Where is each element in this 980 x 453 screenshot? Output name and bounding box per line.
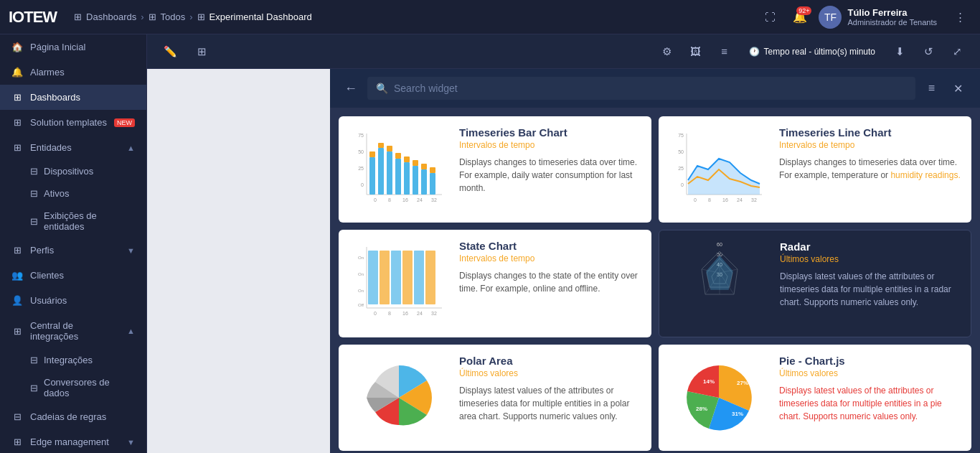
sidebar: 🏠 Página Inicial 🔔 Alarmes ⊞ Dashboards … [0, 34, 147, 453]
sidebar-label-data-converters: Conversores de dados [44, 377, 135, 398]
grid-icon-btn[interactable]: ⊞ [190, 40, 213, 63]
sidebar-item-integrations-center[interactable]: ⊞ Central de integrações ▲ [0, 313, 146, 349]
svg-rect-25 [421, 164, 427, 169]
sidebar-item-data-converters[interactable]: ⊟ Conversores de dados [30, 371, 146, 404]
sidebar-label-solution-templates: Solution templates [30, 117, 107, 128]
sidebar-label-alarmes: Alarmes [30, 67, 135, 78]
fullscreen-button[interactable]: ⛶ [758, 6, 781, 29]
widget-preview-bar: 75 50 25 0 0 8 16 24 32 [349, 126, 449, 213]
widget-subtitle-state: Intervalos de tempo [459, 253, 641, 263]
svg-text:Off: Off [358, 303, 364, 307]
expand-button[interactable]: ⤢ [946, 40, 969, 63]
sidebar-label-entities: Entidades [30, 142, 120, 153]
top-bar-right: ⛶ 🔔 92+ TF Túlio Ferreira Administrador … [758, 6, 971, 29]
user-info: TF Túlio Ferreira Administrador de Tenan… [819, 6, 937, 29]
sidebar-label-home: Página Inicial [30, 42, 135, 52]
svg-text:50: 50 [358, 149, 364, 154]
search-input[interactable] [394, 77, 907, 100]
widget-card-pie[interactable]: 27% 31% 28% 14% Pie - Chart.js Últimos v… [659, 345, 971, 451]
sidebar-item-usuarios[interactable]: 👤 Usuários [0, 288, 146, 313]
widget-title-bar: Timeseries Bar Chart [459, 126, 641, 139]
svg-text:75: 75 [678, 133, 684, 138]
sidebar-item-edge-management[interactable]: ⊞ Edge management ▼ [0, 429, 146, 453]
sidebar-item-devices[interactable]: ⊟ Dispositivos [30, 160, 146, 182]
close-button[interactable]: ✕ [948, 79, 969, 98]
clock-icon: 🕐 [749, 47, 760, 57]
svg-rect-14 [395, 159, 401, 195]
widget-card-polar[interactable]: Polar Area Últimos valores Displays late… [339, 345, 651, 451]
widget-grid: 75 50 25 0 0 8 16 24 32 [330, 108, 980, 453]
svg-text:31%: 31% [732, 411, 743, 417]
svg-rect-23 [404, 157, 410, 162]
breadcrumb-dashboards[interactable]: Dashboards [86, 11, 136, 22]
svg-rect-22 [395, 153, 401, 159]
sidebar-label-devices: Dispositivos [44, 166, 93, 177]
notification-badge: 92+ [796, 6, 811, 15]
image-export-button[interactable]: 🖼 [684, 40, 707, 63]
widget-subtitle-bar: Intervalos de tempo [459, 140, 641, 150]
breadcrumb-icon-dashboards: ⊞ [74, 11, 82, 22]
breadcrumb-experimental[interactable]: Experimental Dashboard [209, 11, 312, 22]
notification-button[interactable]: 🔔 92+ [793, 10, 807, 24]
settings-button[interactable]: ⚙ [656, 40, 679, 63]
widget-card-info-radar: Radar Últimos valores Displays latest va… [780, 240, 961, 327]
widget-search-bar: ← 🔍 ≡ ✕ [330, 69, 980, 108]
widget-desc-bar: Displays changes to timeseries data over… [459, 156, 641, 195]
rule-chains-icon: ⊟ [11, 411, 23, 422]
widget-content: ← 🔍 ≡ ✕ [330, 69, 980, 453]
svg-text:75: 75 [358, 133, 364, 138]
sidebar-label-assets: Ativos [44, 188, 69, 199]
home-icon: 🏠 [11, 42, 23, 52]
svg-text:25: 25 [678, 166, 684, 171]
widget-card-timeseries-line[interactable]: 75 50 25 0 0 8 16 24 32 [659, 116, 971, 223]
breadcrumb-icon-experimental: ⊞ [197, 11, 205, 22]
svg-rect-13 [387, 151, 392, 195]
sidebar-sub-entities: ⊟ Dispositivos ⊟ Ativos ⊟ Exibições de e… [0, 160, 146, 238]
download-button[interactable]: ⬇ [888, 40, 911, 63]
svg-rect-52 [391, 251, 401, 304]
history-button[interactable]: ↺ [917, 40, 940, 63]
sidebar-item-integrations[interactable]: ⊟ Integrações [30, 349, 146, 371]
brush-icon-btn[interactable]: ✏️ [159, 40, 182, 63]
svg-text:25: 25 [358, 166, 364, 171]
time-range-button[interactable]: 🕐 Tempo real - último(s) minuto [742, 44, 882, 60]
avatar: TF [819, 6, 842, 29]
sidebar-item-home[interactable]: 🏠 Página Inicial [0, 34, 146, 60]
widget-sidebar-placeholder [147, 69, 330, 453]
back-button[interactable]: ← [341, 78, 360, 99]
sidebar-item-entities[interactable]: ⊞ Entidades ▲ [0, 135, 146, 160]
dashboard-area: ✏️ ⊞ ⚙ 🖼 ≡ 🕐 Tempo real - último(s) minu… [147, 34, 980, 453]
entities-chevron: ▲ [127, 144, 135, 152]
entities-icon: ⊞ [11, 142, 23, 153]
breadcrumb-todos[interactable]: Todos [161, 11, 186, 22]
sidebar-item-assets[interactable]: ⊟ Ativos [30, 182, 146, 205]
svg-text:32: 32 [751, 197, 757, 202]
svg-text:8: 8 [388, 311, 391, 316]
integrations-center-chevron: ▲ [127, 327, 135, 335]
sidebar-label-dashboards: Dashboards [30, 92, 135, 103]
filter-button[interactable]: ≡ [713, 40, 736, 63]
sidebar-item-rule-chains[interactable]: ⊟ Cadeias de regras [0, 404, 146, 429]
svg-rect-17 [421, 169, 427, 195]
widget-card-timeseries-bar[interactable]: 75 50 25 0 0 8 16 24 32 [339, 116, 651, 223]
sidebar-item-clientes[interactable]: 👥 Clientes [0, 263, 146, 288]
sidebar-item-perfis[interactable]: ⊞ Perfis ▼ [0, 238, 146, 263]
widget-card-state[interactable]: On On On Off 0 8 16 24 32 [339, 230, 651, 337]
svg-text:0: 0 [374, 197, 377, 202]
sidebar-item-dashboards[interactable]: ⊞ Dashboards [0, 85, 146, 110]
sidebar-label-edge-management: Edge management [30, 436, 120, 447]
more-options-button[interactable]: ⋮ [948, 6, 971, 29]
breadcrumb-icon-todos: ⊞ [149, 11, 156, 22]
svg-rect-54 [414, 251, 424, 304]
sidebar-item-entity-views[interactable]: ⊟ Exibições de entidades [30, 205, 146, 238]
dashboard-icon: ⊞ [11, 92, 23, 103]
filter-icon-btn[interactable]: ≡ [923, 79, 941, 98]
main-layout: 🏠 Página Inicial 🔔 Alarmes ⊞ Dashboards … [0, 34, 980, 453]
svg-text:16: 16 [402, 197, 408, 202]
sidebar-item-alarmes[interactable]: 🔔 Alarmes [0, 60, 146, 85]
user-name: Túlio Ferreira [847, 7, 937, 18]
sidebar-item-solution-templates[interactable]: ⊞ Solution templates NEW [0, 110, 146, 135]
widget-card-radar[interactable]: 60 50 40 30 [659, 230, 971, 337]
svg-text:14%: 14% [703, 378, 715, 385]
widget-desc-radar: Displays latest values of the attributes… [780, 270, 961, 309]
